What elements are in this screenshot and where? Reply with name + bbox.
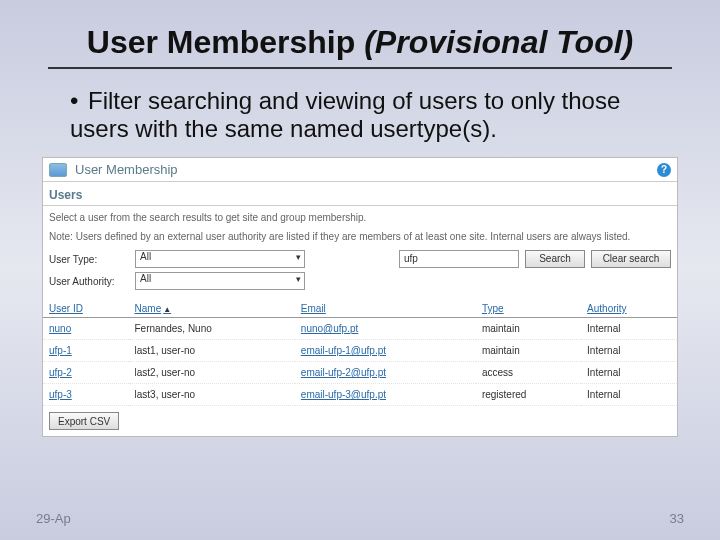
cell-user-id[interactable]: nuno (43, 318, 129, 340)
cell-email[interactable]: email-ufp-1@ufp.pt (295, 340, 476, 362)
title-underline (48, 67, 672, 69)
col-email[interactable]: Email (295, 300, 476, 318)
col-type[interactable]: Type (476, 300, 581, 318)
search-button[interactable]: Search (525, 250, 585, 268)
cell-user-id[interactable]: ufp-2 (43, 362, 129, 384)
footer-page-number: 33 (670, 511, 684, 526)
search-input[interactable]: ufp (399, 250, 519, 268)
app-panel: User Membership ? Users Select a user fr… (42, 157, 678, 437)
cell-name: Fernandes, Nuno (129, 318, 295, 340)
table-row[interactable]: ufp-1 last1, user-no email-ufp-1@ufp.pt … (43, 340, 677, 362)
table-header-row: User ID Name▲ Email Type Authority (43, 300, 677, 318)
user-authority-label: User Authority: (49, 276, 129, 287)
cell-email[interactable]: email-ufp-3@ufp.pt (295, 384, 476, 406)
cell-authority: Internal (581, 384, 677, 406)
col-user-id[interactable]: User ID (43, 300, 129, 318)
panel-title: User Membership (75, 162, 657, 177)
user-type-label: User Type: (49, 254, 129, 265)
help-icon[interactable]: ? (657, 163, 671, 177)
bullet-text: Filter searching and viewing of users to… (70, 87, 620, 142)
cell-authority: Internal (581, 318, 677, 340)
panel-description: Select a user from the search results to… (43, 206, 677, 225)
export-row: Export CSV (43, 406, 677, 436)
export-csv-button[interactable]: Export CSV (49, 412, 119, 430)
cell-email[interactable]: email-ufp-2@ufp.pt (295, 362, 476, 384)
bullet-row: •Filter searching and viewing of users t… (0, 87, 720, 143)
sort-asc-icon: ▲ (163, 305, 171, 314)
cell-type: maintain (476, 318, 581, 340)
cell-user-id[interactable]: ufp-3 (43, 384, 129, 406)
panel-note: Note: Users defined by an external user … (43, 225, 677, 244)
cell-email[interactable]: nuno@ufp.pt (295, 318, 476, 340)
cell-authority: Internal (581, 340, 677, 362)
cell-name: last3, user-no (129, 384, 295, 406)
bullet-dot: • (70, 87, 88, 115)
col-name[interactable]: Name▲ (129, 300, 295, 318)
cell-type: registered (476, 384, 581, 406)
users-heading: Users (43, 182, 677, 206)
results-table: User ID Name▲ Email Type Authority nuno … (43, 300, 677, 406)
clear-search-button[interactable]: Clear search (591, 250, 671, 268)
filter-row: User Type: All ufp Search Clear search U… (43, 244, 677, 296)
cell-type: maintain (476, 340, 581, 362)
cell-authority: Internal (581, 362, 677, 384)
footer-date: 29-Ap (36, 511, 71, 526)
cell-type: access (476, 362, 581, 384)
cell-name: last2, user-no (129, 362, 295, 384)
title-italic: (Provisional Tool) (364, 24, 633, 60)
col-authority[interactable]: Authority (581, 300, 677, 318)
table-row[interactable]: ufp-2 last2, user-no email-ufp-2@ufp.pt … (43, 362, 677, 384)
table-row[interactable]: nuno Fernandes, Nuno nuno@ufp.pt maintai… (43, 318, 677, 340)
cell-user-id[interactable]: ufp-1 (43, 340, 129, 362)
panel-header: User Membership ? (43, 158, 677, 182)
cell-name: last1, user-no (129, 340, 295, 362)
slide-title: User Membership (Provisional Tool) (0, 0, 720, 67)
title-main: User Membership (87, 24, 364, 60)
table-row[interactable]: ufp-3 last3, user-no email-ufp-3@ufp.pt … (43, 384, 677, 406)
user-type-select[interactable]: All (135, 250, 305, 268)
user-authority-select[interactable]: All (135, 272, 305, 290)
user-membership-icon (49, 163, 67, 177)
